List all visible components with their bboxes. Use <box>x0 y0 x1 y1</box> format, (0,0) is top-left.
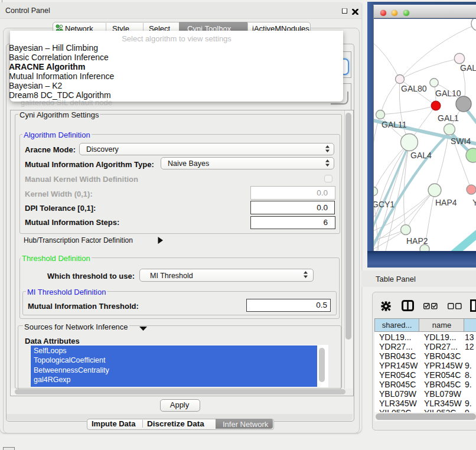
svg-text:SWI4: SWI4 <box>451 136 471 146</box>
svg-text:Y: Y <box>472 198 476 207</box>
svg-text:GAL11: GAL11 <box>382 120 407 129</box>
svg-text:HAP2: HAP2 <box>406 236 428 246</box>
svg-text:GCY1: GCY1 <box>374 200 395 209</box>
svg-text:GAL80: GAL80 <box>401 84 427 93</box>
svg-text:GAL10: GAL10 <box>435 89 461 98</box>
svg-text:GAL: GAL <box>460 63 476 73</box>
svg-text:HAP4: HAP4 <box>435 198 457 207</box>
svg-text:GAL4: GAL4 <box>410 151 432 160</box>
svg-text:GAL1: GAL1 <box>438 113 459 123</box>
